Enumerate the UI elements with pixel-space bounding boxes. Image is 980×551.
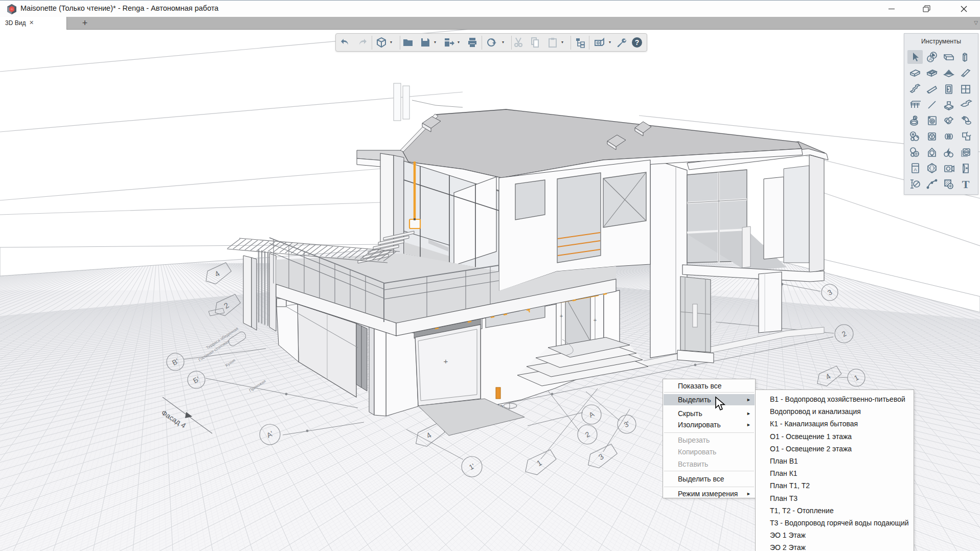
svg-text:A: A bbox=[914, 167, 917, 172]
svg-text:+: + bbox=[560, 313, 563, 319]
svg-text:+: + bbox=[444, 357, 448, 365]
svg-text:T: T bbox=[962, 178, 970, 191]
svg-text:?: ? bbox=[635, 38, 640, 47]
svg-text:+: + bbox=[594, 317, 597, 323]
